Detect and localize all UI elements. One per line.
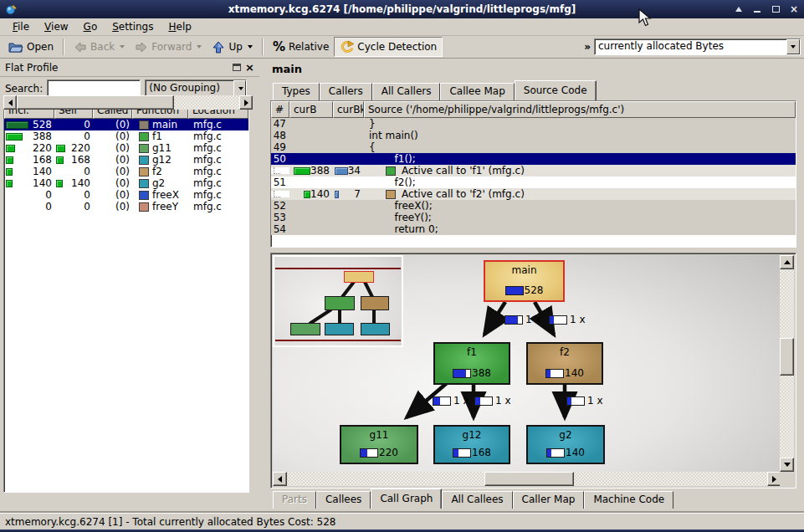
flat-profile-table: Incl. Self Called Function Location 528 …	[3, 101, 249, 493]
call-graph-canvas[interactable]: main 528 f1 388 f2 140 g11 220	[273, 255, 781, 472]
menu-help[interactable]: Help	[161, 19, 198, 34]
titlebar[interactable]: xtmemory.kcg.6274 [/home/philippe/valgri…	[0, 0, 804, 18]
close-button[interactable]: ×	[787, 3, 801, 15]
graph-hscrollbar[interactable]	[273, 472, 781, 486]
edge-label-main-f1[interactable]: 1 x	[504, 314, 541, 325]
tab-parts[interactable]: Parts	[273, 491, 316, 509]
tab-all-callees[interactable]: All Callees	[442, 491, 512, 509]
scroll-thumb[interactable]	[780, 338, 794, 376]
scroll-up-button[interactable]	[780, 255, 794, 269]
grouping-combobox[interactable]: (No Grouping)	[145, 79, 247, 97]
mini-node-f2	[361, 296, 389, 310]
menu-settings[interactable]: Settings	[105, 19, 161, 34]
source-call-line[interactable]: 140 7 Active call to 'f2' (mfg.c)	[271, 188, 796, 200]
dock-float-icon[interactable]	[233, 64, 241, 71]
function-color-swatch	[139, 191, 149, 200]
graph-node-f2[interactable]: f2 140	[526, 342, 603, 385]
dock-close-icon[interactable]: ×	[245, 64, 254, 72]
source-line[interactable]: 47 }	[271, 118, 796, 130]
scroll-right-button[interactable]	[239, 95, 253, 110]
source-line-selected[interactable]: 50 f1();	[271, 153, 796, 165]
column-header-curBk[interactable]: curBk	[333, 101, 364, 118]
graph-node-g11[interactable]: g11 220	[340, 425, 418, 464]
source-line[interactable]: 48 int main()	[271, 130, 796, 141]
edge-label-f1-g11[interactable]: 1 x	[433, 395, 469, 407]
source-line[interactable]: 54 return 0;	[271, 223, 796, 235]
table-row-freeY[interactable]: 0 0 (0) freeY mfg.c	[4, 201, 248, 212]
toolbar-separator	[63, 38, 64, 55]
mini-node-g11	[290, 323, 320, 335]
menu-view[interactable]: View	[37, 19, 75, 34]
scroll-down-button[interactable]	[780, 458, 794, 472]
graph-overview-minimap[interactable]	[273, 255, 403, 347]
scroll-thumb[interactable]	[484, 472, 574, 486]
percent-icon: %	[273, 39, 285, 54]
cycle-detection-toggle-button[interactable]: Cycle Detection	[334, 37, 443, 57]
tab-types[interactable]: Types	[273, 83, 320, 100]
back-button[interactable]: Back	[69, 37, 130, 57]
relative-toggle-button[interactable]: % Relative	[268, 37, 334, 57]
open-button[interactable]: Open	[3, 37, 59, 57]
tab-machine-code[interactable]: Machine Code	[584, 491, 673, 509]
source-call-line[interactable]: 388 34 Active call to 'f1' (mfg.c)	[271, 165, 796, 176]
table-row-f1[interactable]: 388 0 (0) f1 mfg.c	[4, 130, 248, 142]
source-code-view: # curB curBk Source ('/home/philippe/val…	[270, 100, 796, 248]
maximize-button[interactable]	[769, 3, 782, 15]
graph-node-main[interactable]: main 528	[484, 260, 565, 302]
tab-callee-map[interactable]: Callee Map	[440, 83, 514, 100]
search-input[interactable]	[47, 79, 141, 97]
graph-node-g12[interactable]: g12 168	[433, 425, 510, 464]
dock-title-label: Flat Profile	[5, 62, 58, 74]
toolbar-overflow-chevron[interactable]: »	[581, 41, 594, 53]
forward-dropdown-arrow[interactable]	[197, 45, 202, 49]
grouping-arrow-button[interactable]	[233, 80, 246, 96]
shade-button[interactable]	[732, 3, 745, 15]
tab-call-graph[interactable]: Call Graph	[371, 489, 442, 509]
source-line[interactable]: 52 freeX();	[271, 200, 796, 212]
graph-vscrollbar[interactable]	[780, 255, 794, 472]
up-dropdown-arrow[interactable]	[248, 45, 253, 49]
function-color-swatch	[139, 179, 149, 188]
function-detail-pane: main Types Callers All Callers Callee Ma…	[269, 59, 804, 513]
edge-label-f2-g2[interactable]: 1 x	[566, 395, 603, 407]
menu-file[interactable]: File	[5, 19, 37, 34]
column-header-curB[interactable]: curB	[289, 101, 333, 118]
back-dropdown-arrow[interactable]	[120, 45, 125, 49]
combobox-arrow-button[interactable]	[786, 39, 800, 54]
table-row-g12[interactable]: 168 168 (0) g12 mfg.c	[4, 154, 248, 166]
tree-branch-icon	[274, 167, 280, 174]
scroll-left-button[interactable]	[273, 472, 287, 486]
statusbar: xtmemory.kcg.6274 [1] - Total currently …	[0, 513, 804, 529]
minimize-button[interactable]	[750, 3, 764, 15]
tab-callers[interactable]: Callers	[320, 83, 372, 100]
table-row-g2[interactable]: 140 140 (0) g2 mfg.c	[4, 177, 248, 189]
edge-label-f1-g12[interactable]: 1 x	[474, 395, 511, 407]
forward-button[interactable]: Forward	[130, 37, 207, 57]
event-type-combobox[interactable]: currently allocated Bytes	[594, 38, 801, 55]
source-line[interactable]: 51 f2();	[271, 176, 796, 188]
column-header-line[interactable]: #	[271, 101, 289, 118]
edge-label-main-f2[interactable]: 1 x	[549, 314, 586, 325]
tab-all-callers[interactable]: All Callers	[372, 83, 441, 100]
up-button[interactable]: Up	[207, 37, 257, 57]
cost-bar	[505, 286, 524, 295]
tab-source-code[interactable]: Source Code	[515, 80, 597, 100]
scroll-thumb[interactable]	[17, 95, 174, 110]
graph-node-g2[interactable]: g2 140	[526, 425, 605, 464]
curB-bar	[294, 167, 310, 175]
source-line[interactable]: 53 freeY();	[271, 212, 796, 223]
dock-titlebar[interactable]: Flat Profile ×	[0, 59, 259, 77]
table-row-freeX[interactable]: 0 0 (0) freeX mfg.c	[4, 189, 248, 201]
table-row-main[interactable]: 528 0 (0) main mfg.c	[4, 119, 248, 130]
vertical-splitter[interactable]	[259, 59, 269, 513]
source-line[interactable]: 49 {	[271, 141, 796, 153]
table-row-f2[interactable]: 140 0 (0) f2 mfg.c	[4, 166, 248, 177]
menu-go[interactable]: Go	[76, 19, 105, 34]
table-row-g11[interactable]: 220 220 (0) g11 mfg.c	[4, 142, 248, 154]
tab-callees[interactable]: Callees	[316, 491, 371, 509]
column-header-source[interactable]: Source ('/home/philippe/valgrind/littlep…	[364, 101, 796, 118]
graph-node-f1[interactable]: f1 388	[433, 342, 510, 385]
tab-caller-map[interactable]: Caller Map	[513, 491, 585, 509]
scroll-left-button[interactable]	[3, 95, 17, 110]
flat-profile-hscrollbar[interactable]	[3, 95, 253, 110]
